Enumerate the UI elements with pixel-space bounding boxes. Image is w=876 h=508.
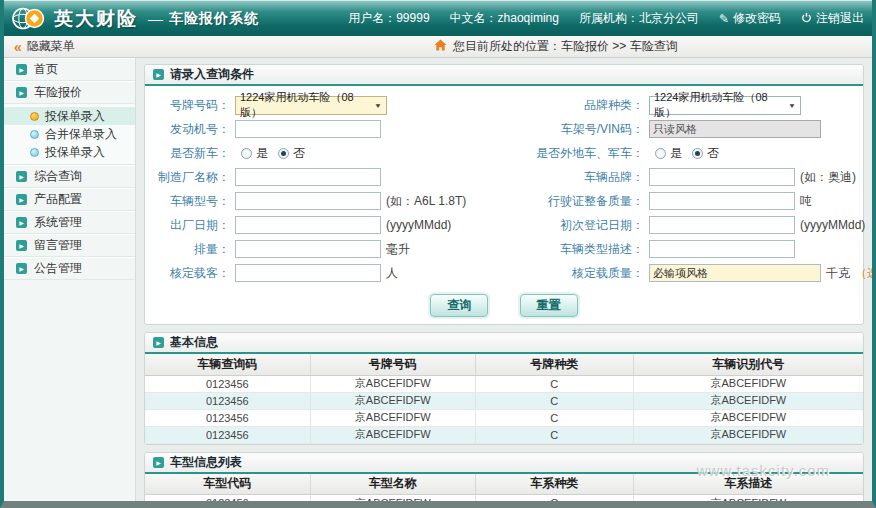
radio-yes[interactable]: [655, 148, 666, 159]
submenu-item-policy-entry-2[interactable]: 投保单录入: [4, 143, 135, 161]
org-label: 所属机构：北京分公司: [579, 10, 699, 27]
table-header-row: 车辆查询码 号牌号码 号牌种类 车辆识别代号: [145, 354, 863, 375]
menu-arrow-icon: ▶: [16, 87, 27, 98]
displacement-label: 排量：: [147, 241, 235, 258]
app-window: 英大财险 — 车险报价系统 用户名：99999 中文名：zhaoqiming 所…: [0, 0, 876, 508]
sidebar-item-auto-quote[interactable]: ▶ 车险报价: [4, 81, 135, 104]
form-left-column: 号牌号码： 1224家用机动车险（08版） ▼ 发动机号： 是否新车：: [147, 93, 519, 285]
reset-button[interactable]: 重置: [520, 294, 578, 317]
load-capacity-label: 核定载质量：: [519, 265, 649, 282]
vin-input: [649, 120, 821, 138]
brand-title: 英大财险: [54, 6, 138, 32]
nonlocal-military-label: 是否外地车、军车：: [519, 145, 649, 162]
plate-number-label: 号牌号码：: [147, 97, 235, 114]
system-title: 车险报价系统: [169, 10, 259, 28]
logout-button[interactable]: 注销退出: [801, 10, 864, 27]
radio-yes[interactable]: [241, 148, 252, 159]
section-title: 基本信息: [170, 334, 218, 351]
seating-capacity-label: 核定载客：: [147, 265, 235, 282]
registered-weight-label: 行驶证整备质量：: [519, 193, 649, 210]
section-header-query: ▶ 请录入查询条件: [145, 65, 863, 86]
plate-number-select[interactable]: 1224家用机动车险（08版） ▼: [235, 96, 387, 115]
bullet-icon: [30, 130, 39, 139]
model-info-panel: ▶ 车型信息列表 车型代码 车型名称 车系种类 车系描述: [144, 452, 864, 502]
vehicle-type-desc-input[interactable]: [649, 240, 795, 258]
vehicle-model-label: 车辆型号：: [147, 193, 235, 210]
power-icon: [801, 12, 812, 26]
section-arrow-icon: ▶: [153, 457, 164, 468]
form-buttons: 查询 重置: [145, 285, 863, 324]
section-arrow-icon: ▶: [153, 337, 164, 348]
basic-info-panel: ▶ 基本信息 车辆查询码 号牌号码 号牌种类 车辆识别代号: [144, 332, 864, 445]
sidebar-item-comprehensive-query[interactable]: ▶ 综合查询: [4, 165, 135, 188]
nonlocal-military-radio-group: 是 否: [649, 145, 719, 162]
radio-no[interactable]: [278, 148, 289, 159]
main-content: ▶ 请录入查询条件 号牌号码： 1224家用机动车险（08版） ▼: [136, 58, 872, 501]
factory-date-input[interactable]: [235, 216, 381, 234]
vehicle-brand-input[interactable]: [649, 168, 795, 186]
model-info-table: 车型代码 车型名称 车系种类 车系描述 0123456 京ABCEFIDFW C…: [145, 474, 863, 502]
load-capacity-input[interactable]: [649, 264, 821, 282]
sidebar-item-message-mgmt[interactable]: ▶ 留言管理: [4, 234, 135, 257]
section-title: 请录入查询条件: [170, 66, 254, 83]
brand-type-select[interactable]: 1224家用机动车险（08版） ▼: [649, 96, 801, 115]
table-row: 0123456 京ABCEFIDFW C 京ABCEFIDFW: [145, 495, 863, 502]
manufacturer-input[interactable]: [235, 168, 381, 186]
home-icon: [434, 39, 447, 54]
query-form: 号牌号码： 1224家用机动车险（08版） ▼ 发动机号： 是否新车：: [145, 86, 863, 285]
collapse-menu-icon: «: [14, 41, 22, 53]
sidebar-submenu: 投保单录入 合并保单录入 投保单录入: [4, 104, 135, 165]
brand-type-label: 品牌种类：: [519, 97, 649, 114]
menu-arrow-icon: ▶: [16, 217, 27, 228]
vehicle-brand-label: 车辆品牌：: [519, 169, 649, 186]
section-arrow-icon: ▶: [153, 69, 164, 80]
chevron-down-icon: ▼: [374, 101, 382, 108]
hide-menu-button[interactable]: « 隐藏菜单: [14, 38, 75, 55]
table-header-row: 车型代码 车型名称 车系种类 车系描述: [145, 474, 863, 495]
username-label: 用户名：99999: [348, 10, 429, 27]
vin-label: 车架号/VIN码：: [519, 121, 649, 138]
menu-arrow-icon: ▶: [16, 171, 27, 182]
registered-weight-input[interactable]: [649, 192, 795, 210]
submenu-item-merge-policy-entry[interactable]: 合并保单录入: [4, 125, 135, 143]
radio-no[interactable]: [692, 148, 703, 159]
chevron-down-icon: ▼: [788, 101, 796, 108]
cn-name-label: 中文名：zhaoqiming: [450, 10, 559, 27]
sidebar-item-notice-mgmt[interactable]: ▶ 公告管理: [4, 257, 135, 280]
menu-arrow-icon: ▶: [16, 194, 27, 205]
basic-info-table: 车辆查询码 号牌号码 号牌种类 车辆识别代号 0123456 京ABCEFIDF…: [145, 354, 863, 444]
is-new-car-radio-group: 是 否: [235, 145, 305, 162]
query-form-panel: ▶ 请录入查询条件 号牌号码： 1224家用机动车险（08版） ▼: [144, 64, 864, 325]
table-row: 0123456 京ABCEFIDFW C 京ABCEFIDFW: [145, 392, 863, 409]
sidebar-item-home[interactable]: ▶ 首页: [4, 58, 135, 81]
header-user-info: 用户名：99999 中文名：zhaoqiming 所属机构：北京分公司 ✎ 修改…: [348, 10, 864, 27]
seating-capacity-input[interactable]: [235, 264, 381, 282]
change-password-button[interactable]: ✎ 修改密码: [719, 10, 781, 27]
active-bullet-icon: [30, 112, 39, 121]
table-row: 0123456 京ABCEFIDFW C 京ABCEFIDFW: [145, 375, 863, 392]
section-header-basic: ▶ 基本信息: [145, 333, 863, 354]
vehicle-type-desc-label: 车辆类型描述：: [519, 241, 649, 258]
sidebar-item-system-mgmt[interactable]: ▶ 系统管理: [4, 211, 135, 234]
form-right-column: 品牌种类： 1224家用机动车险（08版） ▼ 车架号/VIN码： 是否外地车、…: [519, 93, 872, 285]
menu-arrow-icon: ▶: [16, 240, 27, 251]
section-title: 车型信息列表: [170, 454, 242, 471]
displacement-input[interactable]: [235, 240, 381, 258]
table-row: 0123456 京ABCEFIDFW C 京ABCEFIDFW: [145, 409, 863, 426]
manufacturer-label: 制造厂名称：: [147, 169, 235, 186]
company-logo-icon: [10, 5, 46, 32]
query-button[interactable]: 查询: [430, 294, 488, 317]
header: 英大财险 — 车险报价系统 用户名：99999 中文名：zhaoqiming 所…: [4, 0, 872, 36]
engine-number-label: 发动机号：: [147, 121, 235, 138]
pencil-icon: ✎: [719, 12, 729, 26]
sidebar-item-product-config[interactable]: ▶ 产品配置: [4, 188, 135, 211]
factory-date-label: 出厂日期：: [147, 217, 235, 234]
submenu-item-policy-entry[interactable]: 投保单录入: [4, 107, 135, 125]
vehicle-model-input[interactable]: [235, 192, 381, 210]
menu-arrow-icon: ▶: [16, 64, 27, 75]
sidebar: ▶ 首页 ▶ 车险报价 投保单录入 合并保单录入 投保单录入: [4, 58, 136, 501]
first-register-date-input[interactable]: [649, 216, 795, 234]
section-header-model: ▶ 车型信息列表: [145, 453, 863, 474]
is-new-car-label: 是否新车：: [147, 145, 235, 162]
engine-number-input[interactable]: [235, 120, 381, 138]
